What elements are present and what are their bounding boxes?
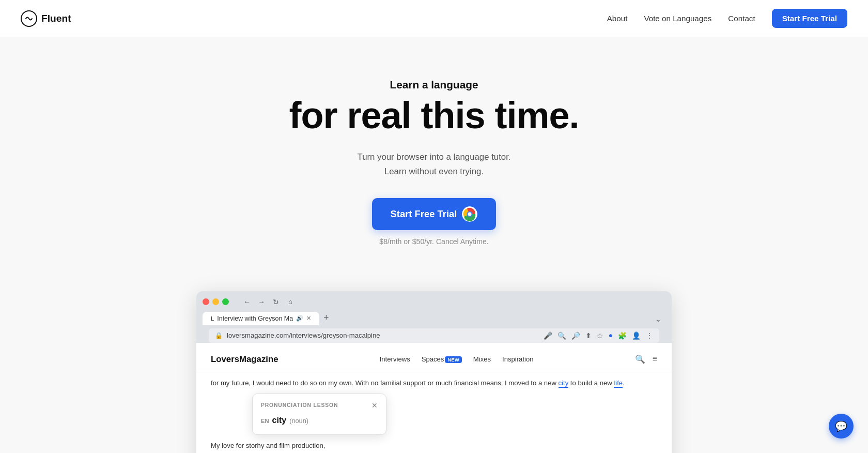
magazine-body: for my future, I would need to do so on … [196,377,672,453]
new-tab-button[interactable]: + [319,312,333,325]
para1-text: for my future, I would need to do so on … [211,379,559,387]
lock-icon: 🔒 [215,332,223,339]
svg-point-2 [468,212,472,216]
profile-avatar[interactable]: 👤 [632,331,641,340]
popup-lang: EN [261,417,269,426]
chat-button[interactable]: 💬 [829,414,854,439]
word-city[interactable]: city [559,379,569,388]
mag-menu-icon[interactable]: ≡ [653,354,657,364]
tab-close-btn[interactable]: ✕ [306,315,311,322]
browser-top-bar: ← → ↻ ⌂ [203,296,665,308]
mag-nav-inspiration[interactable]: Inspiration [502,355,533,363]
pronunciation-popup: PRONUNCIATION LESSON ✕ EN city (noun) [252,394,386,435]
nav-vote[interactable]: Vote on Languages [644,14,711,23]
popup-header: PRONUNCIATION LESSON ✕ [261,401,378,410]
tab-audio-icon: 🔊 [296,315,303,322]
para2-text: My love for stor [211,442,257,449]
hero-pricing: $8/mth or $50/yr. Cancel Anytime. [379,237,488,246]
extension-icon[interactable]: 🧩 [618,331,627,340]
article-paragraph-1: for my future, I would need to do so on … [211,377,657,388]
tab-favicon: L [211,315,214,322]
inner-page: LoversMagazine Interviews SpacesNEW Mixe… [196,347,672,453]
mag-nav-spaces[interactable]: SpacesNEW [422,355,462,363]
browser-reload-btn[interactable]: ↻ [270,296,282,308]
para1-text-2: to build a new [568,379,614,387]
tab-strip-menu[interactable]: ⌄ [655,315,665,325]
active-tab[interactable]: L Interview with Greyson Ma 🔊 ✕ [203,312,319,325]
omnibar[interactable]: 🔒 loversmagazine.com/interviews/greyson-… [209,328,659,343]
mag-nav-mixes[interactable]: Mixes [473,355,491,363]
hero-section: Learn a language for real this time. Tur… [0,37,868,291]
browser-chrome: ← → ↻ ⌂ L Interview with Greyson Ma 🔊 ✕ … [196,291,672,343]
hero-start-trial-button[interactable]: Start Free Trial [372,198,497,230]
hero-desc-line1: Turn your browser into a language tutor. [358,152,511,162]
url-text: loversmagazine.com/interviews/greyson-ma… [227,331,539,339]
omnibar-icons: 🎤 🔍 🔎 ⬆ ☆ ● 🧩 👤 ⋮ [544,331,653,340]
traffic-light-green[interactable] [222,298,229,305]
magazine-logo: LoversMagazine [211,354,278,365]
hero-title: for real this time. [21,96,847,135]
magazine-nav-icons: 🔍 ≡ [635,354,657,364]
tab-label: Interview with Greyson Ma [217,315,293,322]
bookmark-icon[interactable]: ☆ [597,331,603,340]
browser-home-btn[interactable]: ⌂ [285,296,296,308]
share-icon[interactable]: ⬆ [585,331,592,340]
profile-icon[interactable]: ● [609,331,613,340]
logo[interactable]: Fluent [21,10,71,27]
mag-nav-interviews[interactable]: Interviews [380,355,410,363]
hero-cta-label: Start Free Trial [391,208,457,220]
browser-back-btn[interactable]: ← [241,296,253,308]
traffic-light-yellow[interactable] [212,298,219,305]
browser-mockup: ← → ↻ ⌂ L Interview with Greyson Ma 🔊 ✕ … [196,291,672,453]
mic-icon[interactable]: 🎤 [544,331,552,340]
traffic-light-red[interactable] [203,298,209,305]
browser-forward-btn[interactable]: → [256,296,267,308]
hero-desc-line2: Learn without even trying. [384,167,484,176]
tab-bar: L Interview with Greyson Ma 🔊 ✕ + ⌄ [203,312,665,325]
zoom-out-icon[interactable]: 🔎 [571,331,580,340]
popup-title: PRONUNCIATION LESSON [261,401,338,410]
magazine-navbar: LoversMagazine Interviews SpacesNEW Mixe… [196,347,672,372]
para2-rest: hy and film production, [257,442,326,449]
zoom-icon[interactable]: 🔍 [557,331,566,340]
magazine-nav-links: Interviews SpacesNEW Mixes Inspiration [380,355,534,363]
logo-icon [21,10,37,27]
article-paragraph-2: My love for storhy and film production, [211,440,657,451]
more-options-icon[interactable]: ⋮ [646,331,653,340]
nav-links: About Vote on Languages Contact Start Fr… [607,9,847,28]
word-life[interactable]: life [614,379,623,388]
logo-text: Fluent [41,13,71,24]
nav-contact[interactable]: Contact [728,14,755,23]
navbar: Fluent About Vote on Languages Contact S… [0,0,868,37]
hero-subtitle: Learn a language [21,79,847,91]
popup-close-button[interactable]: ✕ [371,401,378,410]
mag-search-icon[interactable]: 🔍 [635,354,645,364]
browser-mockup-wrapper: ← → ↻ ⌂ L Interview with Greyson Ma 🔊 ✕ … [0,291,868,453]
popup-pos: (noun) [289,416,308,426]
nav-about[interactable]: About [607,14,628,23]
hero-cta-wrapper: Start Free Trial $8/mth or $50/yr. Cance… [21,198,847,246]
popup-term: city [272,414,287,427]
hero-description: Turn your browser into a language tutor.… [21,150,847,179]
nav-start-trial-button[interactable]: Start Free Trial [772,9,847,28]
chrome-icon [462,206,477,222]
new-badge: NEW [445,356,461,363]
para1-text-3: . [623,379,625,387]
popup-word-row: EN city (noun) [261,414,378,427]
